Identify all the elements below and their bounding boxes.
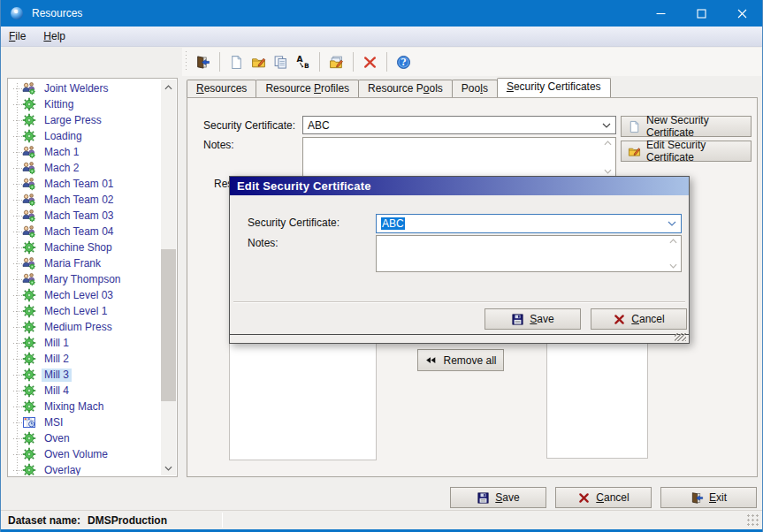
tree-item[interactable]: Loading [9, 128, 161, 144]
toolbar: AB? [182, 48, 761, 76]
tree-item[interactable]: Mill 1 [9, 335, 161, 351]
tree-item[interactable]: Mill 3 [9, 367, 161, 383]
menu-help[interactable]: Help [43, 30, 65, 42]
tree-item-label: Mech Level 1 [42, 305, 110, 318]
tree-item[interactable]: Joint Welders [9, 80, 161, 96]
tree-item[interactable]: Mach Team 01 [9, 176, 161, 192]
maximize-button[interactable] [681, 0, 721, 27]
tree-item[interactable]: Maria Frank [9, 255, 161, 271]
tree-item[interactable]: Mach Team 02 [9, 192, 161, 208]
tree-item[interactable]: Kitting [9, 96, 161, 112]
tree-item-label: Mill 1 [42, 337, 72, 350]
tree-item[interactable]: Overlay [9, 462, 161, 475]
dialog-cancel-button[interactable]: Cancel [591, 308, 687, 330]
minimize-button[interactable] [640, 0, 681, 27]
tree-connector [13, 263, 22, 264]
dataset-name-label: Dataset name: [8, 514, 80, 527]
gear-icon [22, 336, 36, 350]
tree-item[interactable]: Mech Level 1 [9, 303, 161, 319]
toolbar-edit-folder-button[interactable] [248, 51, 270, 73]
dialog-security-certificate-combobox[interactable]: ABC [376, 214, 682, 233]
security-certificate-label: Security Certificate: [203, 119, 295, 132]
tree-item[interactable]: Oven [9, 430, 161, 446]
toolbar-help-button[interactable]: ? [393, 51, 415, 73]
new-security-certificate-button[interactable]: New Security Certificate [621, 116, 752, 137]
chevron-down-icon[interactable] [602, 123, 611, 128]
edit-security-certificate-button[interactable]: Edit Security Certificate [621, 141, 752, 162]
resource-tree-panel: Joint WeldersKittingLarge PressLoadingMa… [7, 78, 178, 477]
tree-connector [13, 391, 22, 391]
notes-scroll-arrows[interactable] [602, 141, 614, 174]
gear-icon [22, 97, 36, 111]
toolbar-delete-x-button[interactable] [359, 51, 381, 73]
gear-icon [22, 320, 36, 334]
svg-text:B: B [304, 62, 309, 70]
tab-security-certificates[interactable]: Security Certificates [497, 78, 611, 97]
dialog-chevron-down-icon[interactable] [668, 221, 676, 226]
save-button[interactable]: Save [450, 487, 546, 508]
tree-connector [13, 168, 22, 169]
tree-connector [13, 104, 22, 105]
gear-icon [22, 384, 36, 398]
security-certificate-combobox[interactable]: ABC [302, 116, 616, 134]
tree-item[interactable]: Mach Team 04 [9, 224, 161, 239]
tree-scrollbar[interactable] [161, 80, 176, 475]
tree-item[interactable]: Mech Level 03 [9, 287, 161, 303]
help-icon: ? [396, 55, 411, 70]
tree-item[interactable]: Oven Volume [9, 446, 161, 462]
toolbar-new-document-button[interactable] [225, 51, 248, 73]
tree-item-label: Maria Frank [42, 257, 103, 270]
window-controls [640, 0, 762, 27]
toolbar-grip[interactable] [185, 51, 188, 72]
tree-connector [13, 470, 22, 471]
tab-resource-profiles[interactable]: Resource Profiles [256, 80, 359, 97]
tab-resources[interactable]: Resources [187, 80, 256, 97]
tree-connector [13, 88, 22, 89]
dialog-notes-field[interactable] [376, 235, 682, 272]
remove-all-button[interactable]: Remove all [417, 349, 504, 371]
exit-button[interactable]: Exit [660, 487, 757, 508]
toolbar-rename-ab-button[interactable]: AB [292, 51, 314, 73]
edit-folder-icon [251, 55, 266, 70]
tree-connector [13, 152, 22, 153]
tree-connector [13, 184, 22, 185]
dialog-save-button[interactable]: Save [485, 308, 581, 330]
gear-icon [22, 129, 36, 143]
dialog-notes-scroll-arrows[interactable] [668, 239, 679, 269]
dialog-security-certificate-label: Security Certificate: [248, 217, 340, 229]
scrollbar-thumb[interactable] [161, 249, 176, 401]
tree-item[interactable]: MSI [9, 414, 161, 430]
tab-pools[interactable]: Pools [452, 80, 498, 97]
tree-item-label: Mill 3 [42, 369, 72, 382]
toolbar-separator [353, 52, 354, 72]
tree-item[interactable]: Mixing Mach [9, 399, 161, 414]
person-gear-icon [22, 224, 36, 239]
tree-item-label: MSI [42, 416, 65, 429]
tree-item[interactable]: Medium Press [9, 319, 161, 335]
tree-item[interactable]: Mach Team 03 [9, 208, 161, 224]
tree-item[interactable]: Mach 1 [9, 144, 161, 160]
tree-item[interactable]: Mach 2 [9, 160, 161, 176]
toolbar-copy-button[interactable] [270, 51, 292, 73]
cancel-button[interactable]: Cancel [555, 487, 652, 508]
tree-item[interactable]: Mill 2 [9, 351, 161, 367]
tree-item[interactable]: Mary Thompson [9, 271, 161, 287]
tree-item-label: Medium Press [42, 321, 115, 334]
notes-label: Notes: [203, 139, 234, 151]
notes-field[interactable] [302, 137, 616, 178]
statusbar-divider [222, 513, 223, 528]
tab-resource-pools[interactable]: Resource Pools [358, 80, 453, 97]
gear-icon [22, 304, 36, 318]
scroll-up-icon[interactable] [161, 80, 176, 95]
tree-item[interactable]: Large Press [9, 112, 161, 128]
window-resize-grip[interactable] [746, 513, 759, 526]
tree-item[interactable]: Mill 4 [9, 383, 161, 399]
close-button[interactable] [721, 0, 762, 27]
toolbar-edit-folders-button[interactable] [325, 51, 347, 73]
tree-item[interactable]: Machine Shop [9, 239, 161, 255]
scroll-down-icon[interactable] [161, 460, 176, 475]
dialog-titlebar[interactable]: Edit Security Certificate [230, 177, 689, 195]
toolbar-exit-door-button[interactable] [192, 51, 214, 73]
menu-file[interactable]: File [9, 30, 26, 42]
dialog-resize-grip[interactable] [675, 333, 686, 341]
